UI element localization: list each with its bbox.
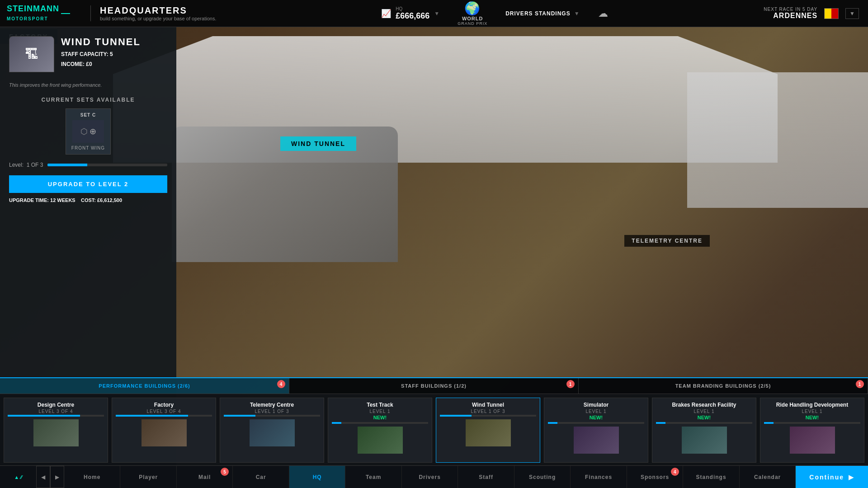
current-sets-title: CURRENT SETS AVAILABLE: [9, 97, 167, 103]
hq-money-area[interactable]: 📈 HQ £666,666 ▼: [381, 6, 439, 21]
wind-tunnel-map-label[interactable]: WIND TUNNEL: [280, 136, 356, 151]
nav-logo: ▲ ∕∕: [0, 474, 36, 480]
flag-change-button[interactable]: ▼: [845, 8, 859, 19]
nav-prev-button[interactable]: ◀: [36, 466, 50, 488]
building-card-telemetry[interactable]: Telemetry CentreLEVEL 1 OF 3: [220, 398, 324, 463]
chevron-down-icon: ▼: [574, 10, 580, 17]
telemetry-centre-map-label[interactable]: TELEMETRY CENTRE: [624, 235, 710, 247]
income-label: INCOME:: [61, 61, 85, 67]
building-name: Test Track: [367, 402, 393, 408]
nav-tab-player[interactable]: Player: [120, 466, 176, 488]
upgrade-time-label: UPGRADE TIME:: [9, 197, 49, 203]
building-card-simulator[interactable]: SimulatorLEVEL 1NEW!: [544, 398, 648, 463]
building-level: LEVEL 3 OF 4: [38, 409, 73, 414]
nav-logo-icon: ▲ ∕∕: [14, 474, 22, 480]
building-image: [358, 427, 403, 454]
staff-buildings-badge: 1: [566, 380, 575, 388]
building-new-badge: NEW!: [373, 415, 387, 420]
building-card-design[interactable]: Design CentreLEVEL 3 OF 4: [4, 398, 108, 463]
nav-next-button[interactable]: ▶: [50, 466, 64, 488]
nav-tab-standings[interactable]: Standings: [683, 466, 739, 488]
nav-tab-team[interactable]: Team: [345, 466, 401, 488]
building-image: [466, 419, 511, 446]
building-image: [574, 427, 619, 454]
nav-tab-badge-sponsors: 4: [671, 468, 679, 476]
building-image: [142, 419, 187, 446]
building-card-windtunnel[interactable]: Wind TunnelLEVEL 1 OF 3: [436, 398, 540, 463]
building-card-factory[interactable]: FactoryLEVEL 3 OF 4: [112, 398, 216, 463]
next-race-label: NEXT RACE IN 5 DAY: [764, 7, 817, 12]
world-grand-prix: 🌍 WORLD GRAND PRIX: [458, 1, 487, 26]
panel-description: This improves the front wing performance…: [9, 82, 167, 88]
team-branding-badge: 1: [856, 380, 864, 388]
nav-tab-scouting[interactable]: Scouting: [514, 466, 571, 488]
chevron-down-icon: ▼: [434, 10, 439, 17]
cloud-icon: ☁: [598, 8, 608, 19]
right-building: [687, 72, 868, 208]
building-progress-bar: [548, 422, 644, 424]
set-card: SET C ⬡ ⊕ FRONT WING: [66, 108, 111, 155]
tab-performance-buildings[interactable]: PERFORMANCE BUILDINGS (2/6) 4: [0, 378, 289, 394]
building-level: LEVEL 1 OF 3: [471, 409, 505, 414]
panel-title: WIND TUNNEL: [61, 36, 141, 48]
panel-header: 🏗 WIND TUNNEL STAFF CAPACITY: 5 INCOME: …: [9, 36, 167, 78]
building-card-testtrack[interactable]: Test TrackLEVEL 1NEW!: [328, 398, 432, 463]
hq-money-value: £666,666: [396, 11, 429, 21]
building-image: [790, 427, 835, 454]
income-value: £0: [86, 61, 92, 67]
building-level: LEVEL 1: [585, 409, 606, 414]
nav-tab-hq[interactable]: HQ: [289, 466, 345, 488]
world-badge-icon: 🌍: [464, 1, 481, 16]
nav-tab-drivers[interactable]: Drivers: [402, 466, 458, 488]
staff-capacity-label: STAFF CAPACITY:: [61, 51, 108, 57]
building-progress-bar: [116, 415, 212, 417]
level-row: Level: 1 OF 3: [9, 162, 167, 168]
drivers-standings[interactable]: DRIVERS STANDINGS ▼: [505, 10, 580, 17]
nav-tab-car[interactable]: Car: [233, 466, 289, 488]
building-card-ride[interactable]: Ride Handling DevelopmentLEVEL 1NEW!: [760, 398, 864, 463]
nav-tab-home[interactable]: Home: [64, 466, 120, 488]
level-value: 1 OF 3: [27, 162, 43, 168]
continue-arrow-icon: ▶: [849, 474, 854, 481]
building-progress-bar: [656, 422, 752, 424]
nav-tab-badge-mail: 5: [221, 468, 229, 476]
level-progress-bar: [47, 164, 167, 166]
next-race-location: ARDENNES: [764, 12, 817, 20]
building-image: [250, 419, 295, 446]
building-name: Brakes Research Facility: [672, 402, 736, 408]
building-level: LEVEL 1: [369, 409, 390, 414]
weather-area: ☁: [598, 8, 608, 19]
upgrade-button[interactable]: UPGRADE TO LEVEL 2: [9, 175, 167, 193]
cost-label: COST:: [81, 197, 96, 203]
building-name: Design Centre: [38, 402, 74, 408]
nav-tab-finances[interactable]: Finances: [571, 466, 627, 488]
building-name: Wind Tunnel: [472, 402, 504, 408]
staff-capacity-value: 5: [110, 51, 113, 57]
building-progress-bar: [332, 422, 428, 424]
tab-team-branding-buildings[interactable]: TEAM BRANDING BUILDINGS (2/5) 1: [579, 378, 868, 394]
building-progress-bar: [764, 422, 860, 424]
wind-tunnel-thumbnail: 🏗: [9, 36, 54, 72]
nav-tab-calendar[interactable]: Calendar: [740, 466, 796, 488]
flag-belgium: [824, 8, 839, 19]
building-progress-bar: [224, 415, 320, 417]
tab-staff-buildings[interactable]: STAFF BUILDINGS (1/2) 1: [289, 378, 579, 394]
continue-button[interactable]: Continue ▶: [796, 466, 868, 488]
building-image: [33, 419, 79, 446]
logo-text: STEINMANNMOTORSPORT: [7, 5, 59, 23]
nav-tab-sponsors[interactable]: Sponsors4: [627, 466, 683, 488]
building-name: Factory: [154, 402, 174, 408]
buildings-row: Design CentreLEVEL 3 OF 4FactoryLEVEL 3 …: [0, 394, 868, 466]
logo-area: STEINMANNMOTORSPORT: [0, 5, 90, 23]
building-card-brakes[interactable]: Brakes Research FacilityLEVEL 1NEW!: [652, 398, 756, 463]
building-new-badge: NEW!: [590, 415, 603, 420]
building-new-badge: NEW!: [806, 415, 819, 420]
next-race: NEXT RACE IN 5 DAY ARDENNES: [764, 7, 817, 20]
hq-label: HQ: [396, 6, 429, 11]
page-subtitle: build something, or upgrade your base of…: [100, 16, 216, 21]
upgrade-info: UPGRADE TIME: 12 WEEKS COST: £6,612,500: [9, 197, 167, 203]
building-new-badge: NEW!: [698, 415, 711, 420]
nav-tab-staff[interactable]: Staff: [458, 466, 514, 488]
nav-tab-mail[interactable]: Mail5: [177, 466, 233, 488]
building-progress-bar: [8, 415, 104, 417]
